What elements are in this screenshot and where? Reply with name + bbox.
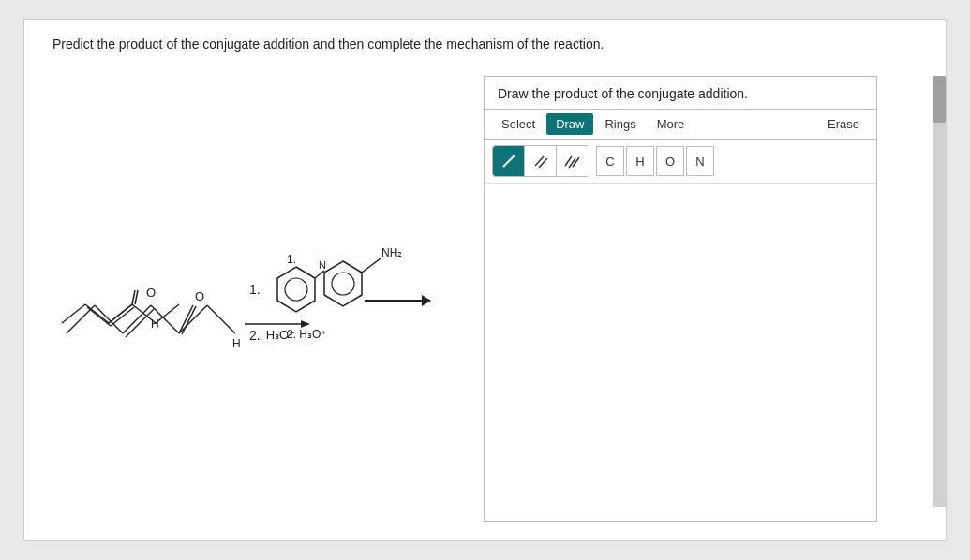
- single-bond-icon: [501, 154, 516, 169]
- svg-text:1.: 1.: [287, 253, 296, 266]
- draw-button[interactable]: Draw: [546, 113, 593, 135]
- double-bond-tool[interactable]: [525, 146, 557, 176]
- left-panel: O H 1.: [52, 76, 484, 507]
- triple-bond-icon: [563, 154, 582, 169]
- triple-bond-tool[interactable]: [557, 146, 589, 176]
- select-button[interactable]: Select: [492, 113, 545, 135]
- svg-line-25: [207, 305, 235, 333]
- svg-line-24: [179, 305, 207, 333]
- scrollbar-thumb[interactable]: [933, 76, 946, 123]
- svg-line-18: [123, 305, 151, 333]
- draw-box: Draw the product of the conjugate additi…: [484, 76, 877, 522]
- erase-button[interactable]: Erase: [818, 113, 869, 135]
- svg-text:2. H₃O⁺: 2. H₃O⁺: [287, 328, 326, 341]
- svg-point-29: [332, 273, 354, 295]
- nitrogen-atom-button[interactable]: N: [686, 146, 714, 176]
- molecule-display: O H 1. NH₂ 2. H₃O⁺: [52, 151, 484, 432]
- right-panel: Draw the product of the conjugate additi…: [484, 76, 887, 507]
- draw-box-title: Draw the product of the conjugate additi…: [485, 77, 876, 109]
- double-bond-icon: [532, 154, 549, 169]
- question-text: Predict the product of the conjugate add…: [52, 37, 604, 52]
- bond-tools: [492, 145, 589, 177]
- oxygen-atom-button[interactable]: O: [656, 146, 684, 176]
- draw-tools-bar: C H O N: [485, 140, 876, 184]
- scrollbar-track[interactable]: [933, 76, 946, 507]
- hydrogen-atom-button[interactable]: H: [626, 146, 654, 176]
- more-button[interactable]: More: [648, 113, 694, 135]
- drawing-canvas[interactable]: [485, 184, 876, 521]
- svg-marker-34: [301, 320, 310, 328]
- svg-text:H: H: [232, 337, 241, 350]
- svg-line-17: [95, 305, 123, 333]
- svg-line-20: [151, 305, 179, 333]
- rings-button[interactable]: Rings: [595, 113, 645, 135]
- svg-line-35: [503, 155, 515, 167]
- single-bond-tool[interactable]: [493, 146, 525, 176]
- svg-text:O: O: [195, 289, 204, 303]
- main-container: Predict the product of the conjugate add…: [23, 19, 947, 541]
- svg-text:NH₂: NH₂: [381, 246, 402, 259]
- toolbar: Select Draw Rings More Erase: [485, 109, 876, 140]
- svg-line-16: [67, 305, 95, 333]
- svg-marker-28: [324, 261, 362, 306]
- carbon-atom-button[interactable]: C: [596, 146, 624, 176]
- full-reaction-svg: O H 1. NH₂ 2. H₃O⁺: [52, 151, 484, 432]
- svg-line-22: [182, 306, 196, 334]
- svg-line-30: [362, 258, 381, 273]
- svg-line-21: [179, 305, 193, 333]
- svg-line-19: [126, 309, 154, 337]
- atom-buttons: C H O N: [596, 146, 714, 176]
